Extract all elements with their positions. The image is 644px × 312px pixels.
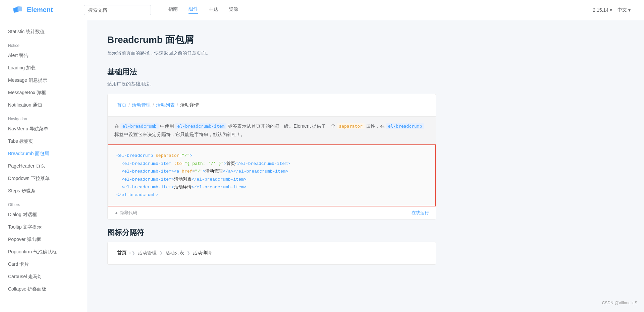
sidebar-item-navmenu[interactable]: NavMenu 导航菜单: [0, 123, 87, 135]
sidebar-item-statistic[interactable]: Statistic 统计数值: [0, 25, 87, 38]
code-separator: separator: [337, 123, 364, 129]
breadcrumb-item-activity: 活动管理: [132, 102, 151, 108]
search-input[interactable]: [84, 5, 151, 15]
nav-resources[interactable]: 资源: [229, 6, 238, 14]
nav-guide[interactable]: 指南: [168, 6, 178, 14]
run-online-button[interactable]: 在线运行: [412, 210, 429, 216]
sidebar-item-steps[interactable]: Steps 步骤条: [0, 185, 87, 197]
breadcrumb-item-detail: 活动详情: [180, 102, 199, 108]
sidebar-item-card[interactable]: Card 卡片: [0, 258, 87, 270]
section2-title: 图标分隔符: [107, 228, 436, 238]
header-right: 2.15.14 ▾ 中文 ▾: [587, 7, 631, 13]
sidebar-item-popover[interactable]: Popover 弹出框: [0, 233, 87, 246]
logo[interactable]: Element: [13, 5, 53, 15]
svg-rect-1: [17, 6, 22, 11]
header: Element 指南 组件 主题 资源 2.15.14 ▾ 中文 ▾: [0, 0, 644, 20]
demo-box-basic: 首页 / 活动管理 / 活动列表 / 活动详情 在 el-breadcrumb …: [107, 94, 436, 220]
code-footer-basic: ▲ 隐藏代码 在线运行: [108, 206, 436, 219]
demo-preview-icon-sep: 首页  ❯ 活动管理 ❯ 活动列表 ❯ 活动详情: [108, 242, 436, 264]
sidebar-item-messagebox[interactable]: MessageBox 弹框: [0, 86, 87, 99]
info-text-2: 中使用: [159, 123, 175, 129]
header-divider: [587, 7, 587, 13]
hide-code-button[interactable]: ▲ 隐藏代码: [114, 210, 137, 216]
info-text-5: 标签中设置它来决定分隔符，它只能是字符串，默认为斜杠: [114, 132, 238, 137]
sidebar-item-pageheader[interactable]: PageHeader 页头: [0, 160, 87, 172]
breadcrumb-link-activity[interactable]: 活动管理: [132, 102, 151, 108]
hide-code-label: 隐藏代码: [120, 210, 137, 216]
sidebar-category-notice: Notice: [0, 41, 87, 49]
icon-breadcrumb-demo: 首页  ❯ 活动管理 ❯ 活动列表 ❯ 活动详情: [117, 250, 426, 256]
demo-preview-basic: 首页 / 活动管理 / 活动列表 / 活动详情: [108, 94, 436, 117]
logo-text: Element: [27, 6, 53, 14]
section1-title: 基础用法: [107, 67, 436, 77]
nav-theme[interactable]: 主题: [209, 6, 218, 14]
info-text-section: 在 el-breadcrumb 中使用 el-breadcrumb-item 标…: [108, 117, 436, 144]
code-line-3: <el-breadcrumb-item><a href="/">活动管理</a>…: [116, 168, 427, 175]
sidebar-item-breadcrumb[interactable]: Breadcrumb 面包屑: [0, 147, 87, 160]
breadcrumb-sep-1: /: [128, 103, 130, 108]
chevron-up-icon: ▲: [114, 210, 118, 215]
sidebar-item-message[interactable]: Message 消息提示: [0, 74, 87, 86]
breadcrumb-link-list[interactable]: 活动列表: [156, 102, 175, 108]
nav-components[interactable]: 组件: [189, 6, 198, 14]
page-subtitle: 显示当前页面的路径，快速返回之前的任意页面。: [107, 50, 436, 56]
code-el-breadcrumb-item: el-breadcrumb-item: [175, 123, 226, 129]
icon-breadcrumb-link-activity[interactable]: 活动管理: [138, 250, 157, 255]
sidebar-category-navigation: Navigation: [0, 114, 87, 123]
code-line-2: <el-breadcrumb-item :to="{ path: '/' }">…: [116, 160, 427, 168]
sidebar-item-tabs[interactable]: Tabs 标签页: [0, 135, 87, 147]
icon-breadcrumb-link-list[interactable]: 活动列表: [165, 250, 184, 255]
code-line-1: <el-breadcrumb separator="/">: [116, 152, 427, 160]
breadcrumb-link-home[interactable]: 首页: [117, 102, 126, 108]
code-line-5: <el-breadcrumb-item>活动详情</el-breadcrumb-…: [116, 183, 427, 191]
icon-breadcrumb-item-detail: 活动详情: [193, 250, 212, 256]
watermark: CSDN @VillanelleS: [602, 301, 637, 305]
code-el-breadcrumb: el-breadcrumb: [120, 123, 159, 129]
sidebar-item-loading[interactable]: Loading 加载: [0, 62, 87, 74]
layout: Statistic 统计数值 Notice Alert 警告 Loading 加…: [0, 20, 644, 312]
main-nav: 指南 组件 主题 资源: [168, 6, 238, 14]
icon-sep-2: ❯: [159, 251, 163, 255]
icon-sep-3: ❯: [187, 251, 190, 255]
info-text-3: 标签表示从首页开始的每一级。Element 提供了一个: [226, 123, 337, 129]
info-text-6: 。: [239, 132, 245, 137]
info-text-1: 在: [114, 123, 120, 129]
code-block-basic: <el-breadcrumb separator="/"> <el-breadc…: [108, 144, 436, 206]
sidebar-item-popconfirm[interactable]: Popconfirm 气泡确认框: [0, 246, 87, 258]
icon-breadcrumb-item-home: 首页: [117, 250, 126, 256]
sidebar: Statistic 统计数值 Notice Alert 警告 Loading 加…: [0, 20, 87, 312]
info-text-4: 属性，在: [365, 123, 386, 129]
main-content: Breadcrumb 面包屑 显示当前页面的路径，快速返回之前的任意页面。 基础…: [87, 20, 456, 312]
breadcrumb-sep-3: /: [177, 103, 178, 108]
sidebar-item-dropdown[interactable]: Dropdown 下拉菜单: [0, 172, 87, 185]
element-logo-icon: [13, 5, 24, 15]
code-el-breadcrumb-2: el-breadcrumb: [386, 123, 424, 129]
version-selector[interactable]: 2.15.14 ▾: [593, 7, 612, 13]
sidebar-item-dialog[interactable]: Dialog 对话框: [0, 208, 87, 221]
breadcrumb-item-list: 活动列表: [156, 102, 175, 108]
code-line-4: <el-breadcrumb-item>活动列表</el-breadcrumb-…: [116, 176, 427, 183]
section1-desc: 适用广泛的基础用法。: [107, 81, 436, 87]
sidebar-item-notification[interactable]: Notification 通知: [0, 99, 87, 111]
sidebar-item-collapse[interactable]: Collapse 折叠面板: [0, 283, 87, 295]
sidebar-item-tooltip[interactable]: Tooltip 文字提示: [0, 221, 87, 233]
lang-selector[interactable]: 中文 ▾: [618, 7, 631, 13]
sidebar-item-alert[interactable]: Alert 警告: [0, 49, 87, 62]
page-title: Breadcrumb 面包屑: [107, 34, 436, 46]
breadcrumb-demo: 首页 / 活动管理 / 活动列表 / 活动详情: [117, 102, 426, 108]
breadcrumb-sep-2: /: [153, 103, 154, 108]
icon-breadcrumb-link-home[interactable]: 首页: [117, 250, 126, 255]
code-line-6: </el-breadcrumb>: [116, 191, 427, 199]
icon-sep-1:  ❯: [129, 251, 135, 255]
breadcrumb-item-home: 首页: [117, 102, 126, 108]
sidebar-category-others: Others: [0, 200, 87, 208]
sidebar-item-carousel[interactable]: Carousel 走马灯: [0, 270, 87, 283]
icon-breadcrumb-item-list: 活动列表: [165, 250, 184, 256]
icon-breadcrumb-item-activity: 活动管理: [138, 250, 157, 256]
demo-box-icon-sep: 首页  ❯ 活动管理 ❯ 活动列表 ❯ 活动详情: [107, 242, 436, 265]
